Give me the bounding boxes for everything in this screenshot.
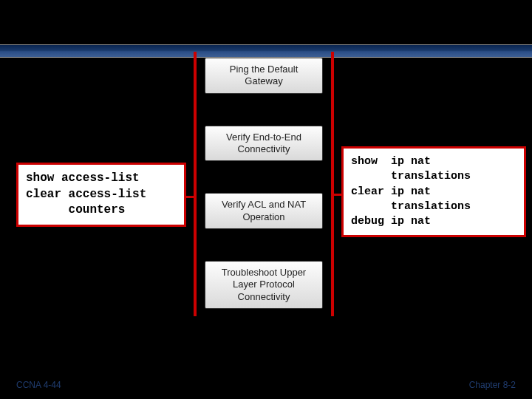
- question-text: Are the inside and outside interfaces pr…: [346, 254, 516, 310]
- arrow-down-icon: ↓: [260, 96, 268, 109]
- slide-title: Application Layer Troubleshooting: [0, 6, 532, 30]
- bullet-block: Troubleshooting Application Layer Proble…: [19, 65, 174, 120]
- flowchart-column: Ping the Default Gateway ↓ ↓ Verify End-…: [194, 52, 334, 316]
- arrow-down-icon: ↓: [260, 247, 268, 260]
- connector-line-right: [331, 194, 341, 196]
- footer-page-right: Chapter 8-2: [469, 380, 516, 390]
- arrow-down-icon: ↓: [260, 180, 268, 193]
- flow-box-ping-gateway: Ping the Default Gateway: [205, 58, 323, 94]
- connector-line-left: [186, 196, 197, 198]
- arrow-down-icon: ↓: [260, 163, 268, 177]
- bullet-dot-icon: [19, 72, 24, 77]
- arrow-down-icon: ↓: [260, 112, 268, 125]
- flow-box-end-to-end: Verify End-to-End Connectivity: [205, 126, 323, 162]
- flow-box-acl-nat: Verify ACL and NAT Operation: [205, 193, 323, 229]
- flow-box-upper-layer: Troubleshoot Upper Layer Protocol Connec…: [205, 261, 323, 309]
- slide-title-area: Application Layer Troubleshooting: [0, 6, 532, 30]
- bullet-text: Troubleshooting Application Layer Proble…: [35, 65, 171, 120]
- footer-page-left: CCNA 4-44: [16, 380, 61, 390]
- commands-ip-nat: show ip nat translations clear ip nat tr…: [341, 146, 526, 237]
- commands-access-list: show access-list clear access-list count…: [16, 163, 186, 227]
- arrow-down-icon: ↓: [260, 231, 268, 245]
